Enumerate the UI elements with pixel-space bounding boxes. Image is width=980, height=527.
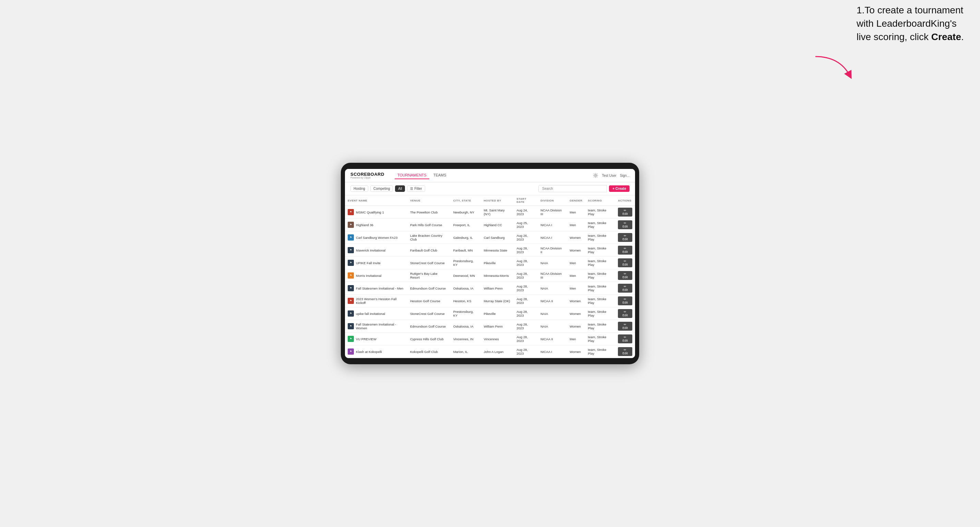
scoring-cell: team, Stroke Play xyxy=(585,307,616,320)
scoring-cell: team, Stroke Play xyxy=(585,320,616,333)
event-name-cell: ⚑ Highland 36 xyxy=(345,219,407,231)
date-cell: Aug 28, 2023 xyxy=(514,320,538,333)
actions-cell: ✏ Edit xyxy=(615,320,635,333)
date-cell: Aug 24, 2023 xyxy=(514,206,538,219)
hosted-cell: Highland CC xyxy=(481,219,514,231)
edit-button[interactable]: ✏ Edit xyxy=(618,347,632,356)
venue-cell: Edmundson Golf Course xyxy=(407,320,450,333)
hosted-cell: William Penn xyxy=(481,320,514,333)
col-event-name: EVENT NAME xyxy=(345,195,407,206)
city-cell: Faribault, MN xyxy=(450,244,481,257)
date-cell: Aug 28, 2023 xyxy=(514,244,538,257)
date-cell: Aug 28, 2023 xyxy=(514,257,538,269)
table-row: ⚑ Fall Statesmen Invitational - Men Edmu… xyxy=(345,282,635,295)
actions-cell: ✏ Edit xyxy=(615,257,635,269)
event-name: Klash at Kokopelli xyxy=(356,350,382,354)
event-name: Carl Sandburg Women FA23 xyxy=(356,236,398,240)
city-cell: Prestonsburg, KY xyxy=(450,307,481,320)
hosting-filter-btn[interactable]: Hosting xyxy=(350,186,368,192)
city-cell: Newburgh, NY xyxy=(450,206,481,219)
annotation-bold: Create xyxy=(931,32,961,42)
settings-icon[interactable] xyxy=(593,173,598,178)
edit-button[interactable]: ✏ Edit xyxy=(618,246,632,255)
search-input[interactable] xyxy=(538,185,607,192)
nav-teams[interactable]: TEAMS xyxy=(431,171,449,179)
edit-button[interactable]: ✏ Edit xyxy=(618,220,632,229)
venue-cell: StoneCrest Golf Course xyxy=(407,307,450,320)
hosted-cell: Pikeville xyxy=(481,257,514,269)
event-name-cell: ⚑ Fall Statesmen Invitational - Women xyxy=(345,320,407,333)
division-cell: NICAA II xyxy=(538,295,567,307)
gender-cell: Women xyxy=(567,345,585,358)
table-row: ⚑ VU PREVIEW Cypress Hills Golf Club Vin… xyxy=(345,333,635,345)
all-filter-btn[interactable]: All xyxy=(395,186,405,192)
logo-sub: Powered by Clippit xyxy=(350,176,384,179)
team-logo: ⚑ xyxy=(348,260,354,266)
date-cell: Aug 28, 2023 xyxy=(514,269,538,282)
edit-button[interactable]: ✏ Edit xyxy=(618,297,632,305)
venue-cell: Ruttger's Bay Lake Resort xyxy=(407,269,450,282)
nav-sign-label[interactable]: Sign... xyxy=(620,174,630,178)
city-cell: Oskaloosa, IA xyxy=(450,282,481,295)
nav-tournaments[interactable]: TOURNAMENTS xyxy=(395,171,429,179)
gender-cell: Women xyxy=(567,231,585,244)
competing-filter-btn[interactable]: Competing xyxy=(370,186,393,192)
team-logo: ⚑ xyxy=(348,272,354,279)
edit-button[interactable]: ✏ Edit xyxy=(618,208,632,217)
create-button[interactable]: + Create xyxy=(609,186,630,192)
table-row: ⚑ 2023 Women's Hesston Fall Kickoff Hess… xyxy=(345,295,635,307)
nav-user-label: Test User xyxy=(602,174,616,178)
tournaments-table: EVENT NAME VENUE CITY, STATE HOSTED BY S… xyxy=(345,195,635,358)
gender-cell: Men xyxy=(567,282,585,295)
team-logo: ⚑ xyxy=(348,323,354,329)
table-row: ⚑ upike fall invitational StoneCrest Gol… xyxy=(345,307,635,320)
division-cell: NICAA I xyxy=(538,219,567,231)
col-actions: ACTIONS xyxy=(615,195,635,206)
division-cell: NAIA xyxy=(538,257,567,269)
hosted-cell: Mt. Saint Mary (NY) xyxy=(481,206,514,219)
scoring-cell: team, Stroke Play xyxy=(585,244,616,257)
nav-links: TOURNAMENTS TEAMS xyxy=(395,171,586,179)
arrow-pointer xyxy=(812,53,853,81)
table-header-row: EVENT NAME VENUE CITY, STATE HOSTED BY S… xyxy=(345,195,635,206)
scoring-cell: team, Stroke Play xyxy=(585,295,616,307)
event-name-cell: ⚑ 2023 Women's Hesston Fall Kickoff xyxy=(345,295,407,307)
actions-cell: ✏ Edit xyxy=(615,244,635,257)
gender-cell: Women xyxy=(567,320,585,333)
edit-button[interactable]: ✏ Edit xyxy=(618,284,632,293)
edit-button[interactable]: ✏ Edit xyxy=(618,322,632,331)
edit-button[interactable]: ✏ Edit xyxy=(618,309,632,318)
tablet-screen: SCOREBOARD Powered by Clippit TOURNAMENT… xyxy=(345,169,635,358)
actions-cell: ✏ Edit xyxy=(615,295,635,307)
scoring-cell: team, Stroke Play xyxy=(585,282,616,295)
scoring-cell: team, Stroke Play xyxy=(585,231,616,244)
filter-btn[interactable]: ☰ Filter xyxy=(407,186,425,192)
edit-button[interactable]: ✏ Edit xyxy=(618,258,632,267)
col-division: DIVISION xyxy=(538,195,567,206)
event-name-cell: ⚑ Morris Invitational xyxy=(345,269,407,282)
edit-button[interactable]: ✏ Edit xyxy=(618,335,632,343)
hosted-cell: Vincennes xyxy=(481,333,514,345)
tablet-device: SCOREBOARD Powered by Clippit TOURNAMENT… xyxy=(341,163,639,364)
division-cell: NAIA xyxy=(538,307,567,320)
edit-button[interactable]: ✏ Edit xyxy=(618,271,632,280)
division-cell: NICAA I xyxy=(538,345,567,358)
table-row: ⚑ Highland 36 Park Hills Golf Course Fre… xyxy=(345,219,635,231)
event-name-cell: ⚑ Maverick Invitational xyxy=(345,244,407,257)
edit-button[interactable]: ✏ Edit xyxy=(618,233,632,242)
date-cell: Aug 28, 2023 xyxy=(514,333,538,345)
event-name: VU PREVIEW xyxy=(356,337,377,341)
scoring-cell: team, Stroke Play xyxy=(585,206,616,219)
hosted-cell: Carl Sandburg xyxy=(481,231,514,244)
table-row: ⚑ Fall Statesmen Invitational - Women Ed… xyxy=(345,320,635,333)
event-name: UPIKE Fall Invite xyxy=(356,261,380,265)
col-hosted: HOSTED BY xyxy=(481,195,514,206)
table-row: ⚑ UPIKE Fall Invite StoneCrest Golf Cour… xyxy=(345,257,635,269)
svg-point-0 xyxy=(595,175,597,176)
actions-cell: ✏ Edit xyxy=(615,333,635,345)
hosted-cell: Minnesota-Morris xyxy=(481,269,514,282)
event-name: Maverick Invitational xyxy=(356,248,385,252)
venue-cell: Park Hills Golf Course xyxy=(407,219,450,231)
team-logo: ⚑ xyxy=(348,209,354,215)
venue-cell: Hesston Golf Course xyxy=(407,295,450,307)
